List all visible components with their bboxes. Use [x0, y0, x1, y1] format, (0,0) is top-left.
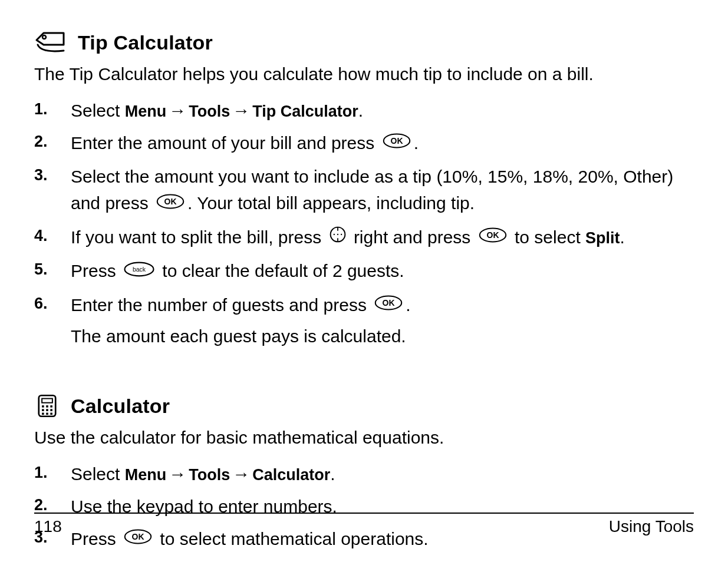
list-item: 2. Enter the amount of your bill and pre…	[34, 130, 694, 158]
list-item: 1. Select Menu → Tools → Calculator.	[34, 461, 694, 487]
steps-list-calculator: 1. Select Menu → Tools → Calculator. 2. …	[34, 461, 694, 554]
ok-icon	[156, 190, 185, 217]
tag-icon	[34, 31, 67, 54]
step-body: If you want to split the bill, press rig…	[71, 224, 694, 252]
footer-title: Using Tools	[609, 517, 694, 536]
step-number: 6.	[34, 292, 71, 316]
step-body: Select Menu → Tools → Tip Calculator.	[71, 97, 694, 124]
step-number: 1.	[34, 97, 71, 121]
list-item: 5. Press to clear the default of 2 guest…	[34, 257, 694, 286]
ok-icon	[382, 130, 411, 156]
list-item: 3. Select the amount you want to include…	[34, 163, 694, 218]
list-item: 6. Enter the number of guests and press …	[34, 292, 694, 350]
list-item: 4. If you want to split the bill, press …	[34, 224, 694, 252]
step-number: 3.	[34, 163, 71, 187]
step-number: 2.	[34, 130, 71, 154]
step-body: Enter the amount of your bill and press …	[71, 130, 694, 158]
calculator-icon	[34, 394, 60, 418]
page: Tip Calculator The Tip Calculator helps …	[0, 0, 728, 562]
step-number: 4.	[34, 224, 71, 248]
section-heading-tipcalc: Tip Calculator	[34, 31, 694, 54]
footer-divider	[34, 513, 694, 514]
ok-icon	[478, 224, 508, 250]
section-title: Calculator	[71, 395, 170, 418]
section-title: Tip Calculator	[78, 31, 213, 54]
step-body: Select the amount you want to include as…	[71, 163, 694, 218]
footer: 118 Using Tools	[34, 513, 694, 536]
step-number: 5.	[34, 257, 71, 282]
steps-list-tipcalc: 1. Select Menu → Tools → Tip Calculator.…	[34, 97, 694, 350]
section-intro: Use the calculator for basic mathematica…	[34, 426, 694, 450]
page-number: 118	[34, 517, 62, 536]
section-intro: The Tip Calculator helps you calculate h…	[34, 62, 694, 87]
step-body: Press to clear the default of 2 guests.	[71, 257, 694, 286]
back-icon	[123, 258, 155, 285]
nav-icon	[329, 224, 347, 250]
list-item: 1. Select Menu → Tools → Tip Calculator.	[34, 97, 694, 124]
section-heading-calculator: Calculator	[34, 394, 694, 418]
ok-icon	[374, 292, 403, 318]
step-body: Enter the number of guests and press . T…	[71, 292, 694, 350]
step-number: 1.	[34, 461, 71, 485]
step-body: Select Menu → Tools → Calculator.	[71, 461, 694, 487]
